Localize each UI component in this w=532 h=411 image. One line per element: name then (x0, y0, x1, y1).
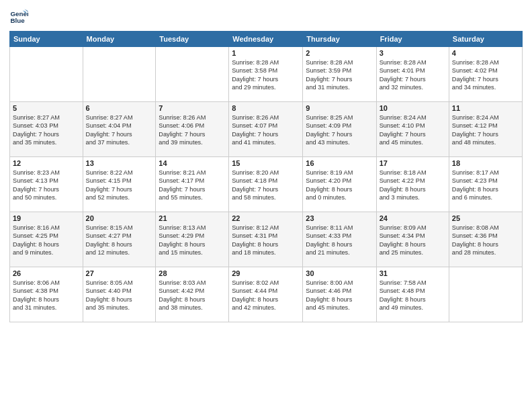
calendar-cell: 10Sunrise: 8:24 AM Sunset: 4:10 PM Dayli… (376, 102, 449, 157)
weekday-header-saturday: Saturday (449, 32, 522, 47)
day-number: 16 (306, 159, 373, 167)
day-info: Sunrise: 8:15 AM Sunset: 4:27 PM Dayligh… (86, 224, 153, 257)
day-number: 14 (159, 159, 226, 167)
day-info: Sunrise: 8:28 AM Sunset: 3:59 PM Dayligh… (306, 58, 373, 92)
calendar-cell: 25Sunrise: 8:08 AM Sunset: 4:36 PM Dayli… (449, 212, 522, 267)
calendar-cell: 1Sunrise: 8:28 AM Sunset: 3:58 PM Daylig… (229, 47, 303, 102)
day-info: Sunrise: 8:11 AM Sunset: 4:33 PM Dayligh… (306, 224, 373, 257)
logo-icon: General Blue (9, 7, 28, 26)
calendar-cell: 4Sunrise: 8:28 AM Sunset: 4:02 PM Daylig… (449, 47, 522, 102)
calendar-week-row: 5Sunrise: 8:27 AM Sunset: 4:03 PM Daylig… (10, 102, 523, 157)
weekday-header-friday: Friday (376, 32, 449, 47)
day-number: 21 (159, 214, 226, 222)
day-info: Sunrise: 8:13 AM Sunset: 4:29 PM Dayligh… (159, 224, 226, 257)
day-info: Sunrise: 8:02 AM Sunset: 4:44 PM Dayligh… (232, 279, 300, 312)
calendar-cell: 16Sunrise: 8:19 AM Sunset: 4:20 PM Dayli… (303, 157, 376, 212)
day-info: Sunrise: 7:58 AM Sunset: 4:48 PM Dayligh… (380, 279, 446, 312)
day-number: 3 (380, 49, 446, 57)
calendar-week-row: 12Sunrise: 8:23 AM Sunset: 4:13 PM Dayli… (10, 157, 523, 212)
day-number: 8 (232, 104, 300, 112)
calendar-cell: 27Sunrise: 8:05 AM Sunset: 4:40 PM Dayli… (83, 267, 156, 322)
calendar-cell (83, 47, 156, 102)
calendar-cell (10, 47, 83, 102)
day-info: Sunrise: 8:28 AM Sunset: 3:58 PM Dayligh… (232, 58, 300, 92)
day-number: 2 (306, 49, 373, 57)
day-number: 25 (452, 214, 519, 222)
day-number: 12 (13, 159, 80, 167)
weekday-header-thursday: Thursday (303, 32, 376, 47)
calendar-cell: 31Sunrise: 7:58 AM Sunset: 4:48 PM Dayli… (376, 267, 449, 322)
day-info: Sunrise: 8:26 AM Sunset: 4:06 PM Dayligh… (159, 113, 226, 147)
day-info: Sunrise: 8:12 AM Sunset: 4:31 PM Dayligh… (232, 224, 300, 257)
day-number: 27 (86, 269, 153, 277)
calendar-cell: 14Sunrise: 8:21 AM Sunset: 4:17 PM Dayli… (156, 157, 229, 212)
day-info: Sunrise: 8:23 AM Sunset: 4:13 PM Dayligh… (13, 169, 80, 202)
day-number: 22 (232, 214, 300, 222)
calendar-week-row: 19Sunrise: 8:16 AM Sunset: 4:25 PM Dayli… (10, 212, 523, 267)
day-number: 5 (13, 104, 80, 112)
day-number: 4 (452, 49, 519, 57)
calendar-header-row: SundayMondayTuesdayWednesdayThursdayFrid… (10, 32, 523, 47)
day-info: Sunrise: 8:22 AM Sunset: 4:15 PM Dayligh… (86, 169, 153, 202)
calendar-table: SundayMondayTuesdayWednesdayThursdayFrid… (9, 31, 523, 322)
day-info: Sunrise: 8:16 AM Sunset: 4:25 PM Dayligh… (13, 224, 80, 257)
calendar-cell: 26Sunrise: 8:06 AM Sunset: 4:38 PM Dayli… (10, 267, 83, 322)
weekday-header-monday: Monday (83, 32, 156, 47)
calendar-cell: 7Sunrise: 8:26 AM Sunset: 4:06 PM Daylig… (156, 102, 229, 157)
day-info: Sunrise: 8:09 AM Sunset: 4:34 PM Dayligh… (380, 224, 446, 257)
day-info: Sunrise: 8:26 AM Sunset: 4:07 PM Dayligh… (232, 113, 300, 147)
calendar-cell: 21Sunrise: 8:13 AM Sunset: 4:29 PM Dayli… (156, 212, 229, 267)
day-number: 7 (159, 104, 226, 112)
calendar-cell: 29Sunrise: 8:02 AM Sunset: 4:44 PM Dayli… (229, 267, 303, 322)
calendar-cell: 11Sunrise: 8:24 AM Sunset: 4:12 PM Dayli… (449, 102, 522, 157)
day-info: Sunrise: 8:27 AM Sunset: 4:04 PM Dayligh… (86, 113, 153, 147)
day-number: 18 (452, 159, 519, 167)
calendar-cell: 30Sunrise: 8:00 AM Sunset: 4:46 PM Dayli… (303, 267, 376, 322)
day-info: Sunrise: 8:06 AM Sunset: 4:38 PM Dayligh… (13, 279, 80, 312)
day-number: 17 (380, 159, 446, 167)
day-number: 15 (232, 159, 300, 167)
calendar-cell: 15Sunrise: 8:20 AM Sunset: 4:18 PM Dayli… (229, 157, 303, 212)
day-info: Sunrise: 8:27 AM Sunset: 4:03 PM Dayligh… (13, 113, 80, 147)
day-info: Sunrise: 8:19 AM Sunset: 4:20 PM Dayligh… (306, 169, 373, 202)
svg-text:Blue: Blue (10, 17, 25, 24)
day-info: Sunrise: 8:28 AM Sunset: 4:01 PM Dayligh… (380, 58, 446, 92)
day-info: Sunrise: 8:28 AM Sunset: 4:02 PM Dayligh… (452, 58, 519, 92)
calendar-cell: 18Sunrise: 8:17 AM Sunset: 4:23 PM Dayli… (449, 157, 522, 212)
calendar-week-row: 1Sunrise: 8:28 AM Sunset: 3:58 PM Daylig… (10, 47, 523, 102)
day-number: 6 (86, 104, 153, 112)
calendar-week-row: 26Sunrise: 8:06 AM Sunset: 4:38 PM Dayli… (10, 267, 523, 322)
day-number: 9 (306, 104, 373, 112)
calendar-cell: 23Sunrise: 8:11 AM Sunset: 4:33 PM Dayli… (303, 212, 376, 267)
day-number: 10 (380, 104, 446, 112)
day-number: 20 (86, 214, 153, 222)
calendar-cell (449, 267, 522, 322)
page-header: General Blue (9, 7, 523, 26)
calendar-cell: 19Sunrise: 8:16 AM Sunset: 4:25 PM Dayli… (10, 212, 83, 267)
weekday-header-wednesday: Wednesday (229, 32, 303, 47)
day-info: Sunrise: 8:08 AM Sunset: 4:36 PM Dayligh… (452, 224, 519, 257)
day-info: Sunrise: 8:18 AM Sunset: 4:22 PM Dayligh… (380, 169, 446, 202)
calendar-cell: 2Sunrise: 8:28 AM Sunset: 3:59 PM Daylig… (303, 47, 376, 102)
day-number: 28 (159, 269, 226, 277)
day-info: Sunrise: 8:21 AM Sunset: 4:17 PM Dayligh… (159, 169, 226, 202)
calendar-cell: 5Sunrise: 8:27 AM Sunset: 4:03 PM Daylig… (10, 102, 83, 157)
day-number: 11 (452, 104, 519, 112)
calendar-cell: 24Sunrise: 8:09 AM Sunset: 4:34 PM Dayli… (376, 212, 449, 267)
calendar-cell: 28Sunrise: 8:03 AM Sunset: 4:42 PM Dayli… (156, 267, 229, 322)
day-number: 23 (306, 214, 373, 222)
calendar-cell: 9Sunrise: 8:25 AM Sunset: 4:09 PM Daylig… (303, 102, 376, 157)
calendar-cell: 20Sunrise: 8:15 AM Sunset: 4:27 PM Dayli… (83, 212, 156, 267)
calendar-cell: 6Sunrise: 8:27 AM Sunset: 4:04 PM Daylig… (83, 102, 156, 157)
day-number: 31 (380, 269, 446, 277)
day-info: Sunrise: 8:24 AM Sunset: 4:12 PM Dayligh… (452, 113, 519, 147)
day-number: 24 (380, 214, 446, 222)
day-info: Sunrise: 8:00 AM Sunset: 4:46 PM Dayligh… (306, 279, 373, 312)
day-info: Sunrise: 8:20 AM Sunset: 4:18 PM Dayligh… (232, 169, 300, 202)
day-info: Sunrise: 8:17 AM Sunset: 4:23 PM Dayligh… (452, 169, 519, 202)
day-info: Sunrise: 8:24 AM Sunset: 4:10 PM Dayligh… (380, 113, 446, 147)
page-container: General Blue SundayMondayTuesdayWednesda… (0, 0, 532, 329)
calendar-cell: 12Sunrise: 8:23 AM Sunset: 4:13 PM Dayli… (10, 157, 83, 212)
day-number: 13 (86, 159, 153, 167)
day-number: 19 (13, 214, 80, 222)
